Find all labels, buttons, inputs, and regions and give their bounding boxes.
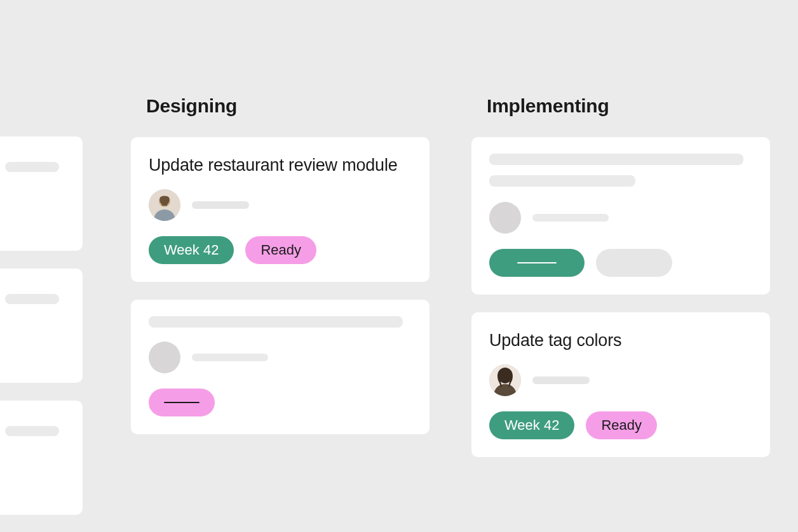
tag-placeholder[interactable] <box>596 249 672 277</box>
column-title: Implementing <box>487 95 770 117</box>
kanban-board: Designing Update restaurant review modul… <box>0 0 798 532</box>
skeleton-line <box>489 175 635 187</box>
kanban-card[interactable]: Update restaurant review module Week 42 … <box>131 137 429 282</box>
card-assignee-row <box>149 189 412 221</box>
column-placeholder-left <box>0 95 83 532</box>
card-meta-placeholder <box>192 201 249 209</box>
avatar-placeholder <box>149 342 180 373</box>
skeleton-line <box>192 354 268 361</box>
skeleton-line <box>489 154 743 165</box>
avatar-placeholder <box>489 202 521 234</box>
kanban-card-placeholder[interactable] <box>0 269 83 383</box>
card-tags: Week 42 Ready <box>489 411 752 439</box>
tag-status[interactable]: Ready <box>586 411 657 439</box>
card-tags: Week 42 Ready <box>149 236 412 264</box>
card-meta-placeholder <box>532 376 590 384</box>
card-title: Update tag colors <box>489 329 752 352</box>
column-title: Designing <box>146 95 429 117</box>
tag-week[interactable]: Week 42 <box>489 411 574 439</box>
column-implementing: Implementing Update tag colors <box>471 95 770 532</box>
column-designing: Designing Update restaurant review modul… <box>131 95 429 532</box>
card-assignee-row <box>489 202 752 234</box>
card-assignee-row <box>489 364 752 396</box>
tag-placeholder[interactable] <box>489 249 585 277</box>
card-tags <box>489 249 752 277</box>
tag-status[interactable]: Ready <box>245 236 316 264</box>
kanban-card-placeholder[interactable] <box>131 300 429 434</box>
card-assignee-row <box>149 342 412 373</box>
avatar[interactable] <box>149 189 180 221</box>
card-tags <box>149 389 412 416</box>
kanban-card-placeholder[interactable] <box>0 401 83 515</box>
kanban-card-placeholder[interactable] <box>471 137 770 295</box>
kanban-card-placeholder[interactable] <box>0 136 83 251</box>
card-title: Update restaurant review module <box>149 154 412 176</box>
skeleton-line <box>532 214 609 222</box>
tag-week[interactable]: Week 42 <box>149 236 234 264</box>
avatar[interactable] <box>489 364 521 396</box>
tag-placeholder[interactable] <box>149 389 215 416</box>
skeleton-line <box>149 316 403 328</box>
kanban-card[interactable]: Update tag colors Week 42 Ready <box>471 312 770 457</box>
